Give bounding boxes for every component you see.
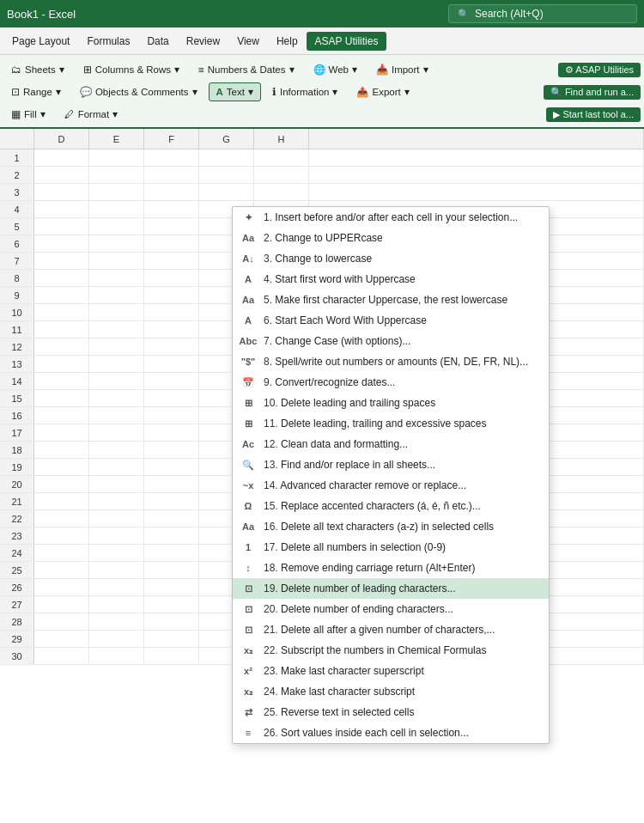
menu-item-text-21: 21. Delete all after a given number of c… <box>264 624 495 636</box>
ribbon-objects-comments[interactable]: 💬 Objects & Comments ▾ <box>72 82 205 101</box>
menu-page-layout[interactable]: Page Layout <box>3 32 78 51</box>
menu-item-16[interactable]: Aa16. Delete all text characters (a-z) i… <box>233 516 549 537</box>
menu-review[interactable]: Review <box>178 32 228 51</box>
menu-item-icon-17: 1 <box>240 542 257 552</box>
table-row: 1 <box>0 149 644 167</box>
text-arrow: ▾ <box>248 86 253 98</box>
ribbon-fill[interactable]: ▦ Fill ▾ <box>3 105 53 124</box>
menu-item-text-17: 17. Delete all numbers in selection (0-9… <box>264 541 446 553</box>
fill-label: Fill <box>24 109 37 119</box>
ribbon-export[interactable]: 📤 Export ▾ <box>349 82 416 101</box>
search-icon: 🔍 <box>458 9 470 20</box>
menu-item-icon-23: x² <box>240 666 257 676</box>
menu-item-24[interactable]: x₂24. Make last character subscript <box>233 681 549 702</box>
sheets-arrow: ▾ <box>59 64 64 76</box>
col-header-e: E <box>89 129 144 149</box>
menu-item-icon-25: ⇄ <box>240 707 257 718</box>
menu-item-text-14: 14. Advanced character remove or replace… <box>264 479 466 491</box>
menu-item-icon-3: A↓ <box>240 253 257 264</box>
menu-view[interactable]: View <box>228 32 268 51</box>
menu-formulas[interactable]: Formulas <box>78 32 138 51</box>
search-placeholder: Search (Alt+Q) <box>475 8 544 20</box>
menu-item-text-22: 22. Subscript the numbers in Chemical Fo… <box>264 644 486 656</box>
column-headers: D E F G H <box>0 129 644 149</box>
menu-item-icon-14: ~x <box>240 480 257 491</box>
ribbon-web[interactable]: 🌐 Web ▾ <box>306 60 365 79</box>
numbers-arrow: ▾ <box>289 64 295 76</box>
objects-icon: 💬 <box>80 86 92 98</box>
ribbon-numbers-dates[interactable]: ≡ Numbers & Dates ▾ <box>191 60 301 79</box>
menu-item-20[interactable]: ⊡20. Delete number of ending characters.… <box>233 599 549 619</box>
columns-icon: ⊞ <box>83 64 92 76</box>
ribbon-format[interactable]: 🖊 Format ▾ <box>57 105 125 124</box>
export-arrow: ▾ <box>404 86 410 98</box>
menu-item-text-5: 5. Make first character Uppercase, the r… <box>264 294 507 306</box>
menu-item-9[interactable]: 📅9. Convert/recognize dates... <box>233 372 549 393</box>
asap-label: ASAP Utilities <box>575 64 634 75</box>
table-row: 2 <box>0 167 644 184</box>
objects-arrow: ▾ <box>192 86 197 98</box>
menu-item-icon-5: Aa <box>240 295 257 305</box>
menu-item-26[interactable]: ≡26. Sort values inside each cell in sel… <box>233 722 549 743</box>
ribbon-sheets[interactable]: 🗂 Sheets ▾ <box>3 60 72 79</box>
ribbon-row-3: ▦ Fill ▾ 🖊 Format ▾ ▶ Start last tool a.… <box>3 103 641 125</box>
menu-item-icon-9: 📅 <box>240 377 257 388</box>
menu-item-5[interactable]: Aa5. Make first character Uppercase, the… <box>233 290 549 310</box>
ribbon-import[interactable]: 📥 Import ▾ <box>368 60 436 79</box>
format-label: Format <box>78 109 109 119</box>
menu-item-25[interactable]: ⇄25. Reverse text in selected cells <box>233 702 549 722</box>
find-run-btn[interactable]: 🔍 Find and run a... <box>544 85 641 100</box>
ribbon: 🗂 Sheets ▾ ⊞ Columns & Rows ▾ ≡ Numbers … <box>0 55 644 129</box>
menu-data[interactable]: Data <box>138 32 177 51</box>
menu-item-15[interactable]: Ω15. Replace accented characters (á, é, … <box>233 496 549 516</box>
format-icon: 🖊 <box>64 109 75 119</box>
menu-item-icon-15: Ω <box>240 501 257 511</box>
export-label: Export <box>372 87 400 97</box>
menu-asap-utilities[interactable]: ASAP Utilities <box>307 32 387 51</box>
ribbon-columns-rows[interactable]: ⊞ Columns & Rows ▾ <box>76 60 187 79</box>
menu-item-text-18: 18. Remove ending carriage return (Alt+E… <box>264 562 475 574</box>
menu-item-14[interactable]: ~x14. Advanced character remove or repla… <box>233 475 549 496</box>
start-last-tool-btn[interactable]: ▶ Start last tool a... <box>546 107 641 122</box>
menu-item-2[interactable]: Aa2. Change to UPPERcase <box>233 228 549 248</box>
ribbon-text[interactable]: A Text ▾ <box>209 82 261 101</box>
menu-help[interactable]: Help <box>268 32 307 51</box>
menu-item-11[interactable]: ⊞11. Delete leading, trailing and excess… <box>233 413 549 434</box>
menu-item-text-6: 6. Start Each Word With Uppercase <box>264 314 427 326</box>
menu-item-icon-12: Ac <box>240 439 257 449</box>
menu-item-18[interactable]: ↕18. Remove ending carriage return (Alt+… <box>233 558 549 578</box>
web-label: Web <box>329 64 349 75</box>
menu-item-8[interactable]: "$"8. Spell/write out numbers or amounts… <box>233 351 549 372</box>
menu-item-text-15: 15. Replace accented characters (á, é, ñ… <box>264 500 481 512</box>
menu-item-text-19: 19. Delete number of leading characters.… <box>264 582 455 594</box>
menu-item-10[interactable]: ⊞10. Delete leading and trailing spaces <box>233 393 549 413</box>
menu-item-text-8: 8. Spell/write out numbers or amounts (E… <box>264 356 528 368</box>
menu-item-text-23: 23. Make last character superscript <box>264 665 424 677</box>
menu-item-icon-4: A <box>240 274 257 284</box>
app-title: Book1 - Excel <box>7 8 76 21</box>
menu-item-icon-6: A <box>240 315 257 326</box>
asap-utilities-btn[interactable]: ⚙ ASAP Utilities <box>558 63 641 77</box>
menu-item-19[interactable]: ⊡19. Delete number of leading characters… <box>233 578 549 599</box>
menu-bar: Page Layout Formulas Data Review View He… <box>0 27 644 55</box>
start-icon: ▶ <box>553 109 560 119</box>
menu-item-text-16: 16. Delete all text characters (a-z) in … <box>264 521 494 533</box>
menu-item-22[interactable]: x₂22. Subscript the numbers in Chemical … <box>233 640 549 661</box>
menu-item-23[interactable]: x²23. Make last character superscript <box>233 661 549 681</box>
range-label: Range <box>23 87 52 97</box>
ribbon-information[interactable]: ℹ Information ▾ <box>264 82 346 101</box>
menu-item-3[interactable]: A↓3. Change to lowercase <box>233 248 549 269</box>
menu-item-21[interactable]: ⊡21. Delete all after a given number of … <box>233 619 549 640</box>
range-arrow: ▾ <box>56 86 61 98</box>
menu-item-17[interactable]: 117. Delete all numbers in selection (0-… <box>233 537 549 558</box>
ribbon-range[interactable]: ⊡ Range ▾ <box>3 82 69 101</box>
menu-item-icon-21: ⊡ <box>240 625 257 636</box>
columns-label: Columns & Rows <box>95 64 171 75</box>
menu-item-12[interactable]: Ac12. Clean data and formatting... <box>233 434 549 454</box>
menu-item-13[interactable]: 🔍13. Find and/or replace in all sheets..… <box>233 454 549 475</box>
menu-item-4[interactable]: A4. Start first word with Uppercase <box>233 269 549 290</box>
menu-item-7[interactable]: Abc7. Change Case (with options)... <box>233 331 549 351</box>
menu-item-1[interactable]: ✦1. Insert before and/or after each cell… <box>233 207 549 228</box>
search-box[interactable]: 🔍 Search (Alt+Q) <box>448 4 637 23</box>
menu-item-6[interactable]: A6. Start Each Word With Uppercase <box>233 310 549 331</box>
